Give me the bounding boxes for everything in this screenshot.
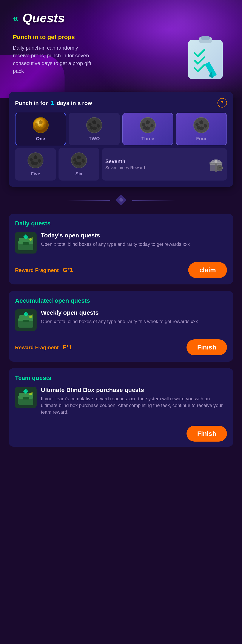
punchin-label: Punch in for 1 days in a row xyxy=(15,99,92,106)
daily-quests-section: Daily quests Today's open quests Ope xyxy=(9,214,233,284)
accumulated-reward-label: Reward Fragment F*1 xyxy=(15,344,186,351)
day-card-6[interactable]: Six xyxy=(59,148,99,180)
clipboard-icon xyxy=(182,34,229,81)
day-card-4[interactable]: Four xyxy=(176,113,227,145)
day-1-icon xyxy=(32,116,49,134)
hero-description: Daily punch-in can randomly receive prop… xyxy=(13,44,95,75)
punchin-section: Punch in for 1 days in a row ? xyxy=(9,92,233,187)
hero-text: Punch in to get props Daily punch-in can… xyxy=(13,34,182,75)
accumulated-reward-text: Reward Fragment xyxy=(15,344,59,350)
svg-point-47 xyxy=(214,160,217,163)
svg-rect-55 xyxy=(23,242,29,245)
days-grid-top: One TWO xyxy=(15,113,227,145)
divider-line-right xyxy=(132,200,175,201)
svg-point-59 xyxy=(29,238,32,241)
seventh-card[interactable]: Seventh Seven times Reward xyxy=(102,148,227,180)
accumulated-quest-name: Weekly open quests xyxy=(41,309,227,316)
day-card-5[interactable]: Five xyxy=(15,148,56,180)
punchin-count: 1 xyxy=(50,99,54,106)
daily-reward-value: G*1 xyxy=(63,266,73,273)
svg-point-68 xyxy=(29,316,32,318)
days-grid-bottom: Five Six Seventh Seven times Reward xyxy=(15,148,227,180)
svg-rect-2 xyxy=(201,36,210,40)
day-4-label: Four xyxy=(179,136,224,142)
daily-quest-item: Today's open quests Open x total blind b… xyxy=(15,232,227,254)
daily-reward-text: Reward Fragment xyxy=(15,267,59,273)
daily-reward-row: Reward Fragment G*1 claim xyxy=(15,259,227,278)
punchin-label-prefix: Punch in for xyxy=(15,100,48,106)
daily-quest-info: Today's open quests Open x total blind b… xyxy=(41,232,227,248)
team-quest-item: Ultimate Blind Box purchase quests If yo… xyxy=(15,386,227,416)
svg-point-78 xyxy=(31,392,33,394)
team-finish-button[interactable]: Finish xyxy=(186,426,227,442)
svg-rect-0 xyxy=(188,40,223,79)
daily-quest-desc: Open x total blind boxes of any type and… xyxy=(41,241,227,248)
day-card-3[interactable]: Three xyxy=(123,113,173,145)
team-quest-name: Ultimate Blind Box purchase quests xyxy=(41,386,227,394)
day-3-icon xyxy=(139,116,156,134)
day-3-label: Three xyxy=(126,136,170,142)
day-card-1[interactable]: One xyxy=(15,113,66,145)
svg-point-77 xyxy=(29,393,32,396)
divider-line-left xyxy=(67,200,110,201)
divider xyxy=(0,187,242,214)
page-title: Quests xyxy=(22,11,65,25)
team-quests-section: Team quests Ultimate Blind Box purchase … xyxy=(9,368,233,447)
day-2-label: TWO xyxy=(72,136,116,142)
accumulated-quests-section: Accumulated open quests Weekly open ques… xyxy=(9,291,233,362)
day-6-icon xyxy=(70,152,87,169)
day-2-icon xyxy=(86,116,103,134)
daily-reward-label: Reward Fragment G*1 xyxy=(15,266,188,274)
accumulated-finish-button[interactable]: Finish xyxy=(186,340,227,355)
svg-point-51 xyxy=(119,198,123,202)
accumulated-quest-desc: Open x total blind boxes of any type and… xyxy=(41,318,227,325)
day-5-icon xyxy=(27,152,44,169)
accumulated-quests-title: Accumulated open quests xyxy=(15,297,227,304)
hero-section: « Quests Punch in to get props Daily pun… xyxy=(0,0,242,98)
accumulated-quest-item: Weekly open quests Open x total blind bo… xyxy=(15,309,227,331)
accumulated-reward-row: Reward Fragment F*1 Finish xyxy=(15,336,227,355)
day-1-label: One xyxy=(18,136,63,142)
team-quest-icon xyxy=(15,386,37,408)
team-quests-title: Team quests xyxy=(15,374,227,382)
svg-rect-64 xyxy=(23,320,29,322)
accumulated-reward-value: F*1 xyxy=(63,344,72,350)
back-icon[interactable]: « xyxy=(13,13,18,23)
seventh-text: Seventh Seven times Reward xyxy=(105,158,205,170)
daily-quest-icon xyxy=(15,232,37,254)
claim-button[interactable]: claim xyxy=(188,262,227,278)
header-row: « Quests xyxy=(13,11,229,25)
day-5-label: Five xyxy=(18,171,53,177)
team-quest-info: Ultimate Blind Box purchase quests If yo… xyxy=(41,386,227,416)
day-4-icon xyxy=(193,116,210,134)
day-card-2[interactable]: TWO xyxy=(69,113,119,145)
team-finish-row: Finish xyxy=(9,420,233,447)
day-6-label: Six xyxy=(62,171,96,177)
svg-point-60 xyxy=(31,237,33,239)
hero-content: Punch in to get props Daily punch-in can… xyxy=(13,34,229,81)
punchin-header: Punch in for 1 days in a row ? xyxy=(15,98,227,108)
help-button[interactable]: ? xyxy=(217,98,227,108)
accumulated-quest-icon xyxy=(15,309,37,331)
hero-title: Punch in to get props xyxy=(13,34,173,40)
seventh-subtitle: Seven times Reward xyxy=(105,165,205,170)
daily-quest-name: Today's open quests xyxy=(41,232,227,239)
divider-center xyxy=(115,194,128,207)
svg-point-69 xyxy=(31,314,33,316)
seventh-title: Seventh xyxy=(105,158,205,164)
gift-icon xyxy=(208,157,223,172)
svg-rect-73 xyxy=(23,397,29,400)
team-quest-desc: If your team's cumulative reward reaches… xyxy=(41,396,227,416)
punchin-label-suffix: days in a row xyxy=(57,100,92,106)
accumulated-quest-info: Weekly open quests Open x total blind bo… xyxy=(41,309,227,325)
daily-quests-title: Daily quests xyxy=(15,220,227,227)
